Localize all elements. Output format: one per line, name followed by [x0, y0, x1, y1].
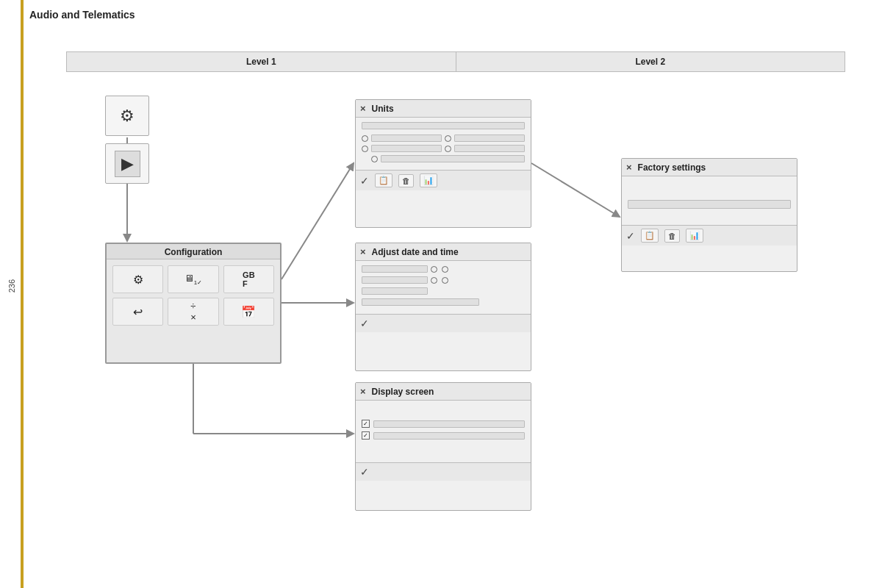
checkbox-1[interactable]: ✓	[362, 420, 370, 428]
display-close[interactable]: ×	[360, 386, 366, 397]
units-bar-2	[371, 135, 442, 142]
display-bar-2	[373, 432, 525, 440]
dt-radio-4[interactable]	[442, 277, 448, 284]
level2-header: Level 2	[456, 52, 845, 71]
datetime-row-2	[362, 276, 525, 284]
units-close[interactable]: ×	[360, 103, 366, 114]
config-icon-back[interactable]: ↩	[112, 298, 163, 326]
svg-line-5	[531, 163, 620, 217]
factory-title: Factory settings	[638, 162, 706, 173]
factory-header: × Factory settings	[622, 159, 797, 176]
factory-icon-2[interactable]: 🗑	[664, 229, 680, 243]
units-row-4	[362, 155, 525, 162]
units-bar-6	[381, 155, 525, 162]
units-bar-3	[454, 135, 525, 142]
level-table: Level 1 Level 2	[66, 51, 845, 72]
settings-icon: ⚙	[120, 107, 135, 126]
radio-2[interactable]	[445, 135, 451, 142]
checkbox-2[interactable]: ✓	[362, 431, 370, 440]
datetime-row-4	[362, 298, 525, 306]
svg-line-1	[282, 163, 354, 279]
dt-radio-3[interactable]	[431, 277, 437, 284]
config-icon-language[interactable]: GBF	[223, 265, 274, 293]
calendar-icon: 📅	[241, 305, 256, 319]
units-header: × Units	[356, 100, 531, 118]
left-border	[21, 0, 24, 588]
config-title: Configuration	[107, 244, 280, 259]
datetime-title: Adjust date and time	[372, 247, 459, 257]
units-box: × Units ✓ 📋 🗑 📊	[355, 99, 531, 228]
units-icon-2[interactable]: 🗑	[398, 174, 414, 187]
display-footer: ✓	[356, 462, 531, 481]
display-confirm[interactable]: ✓	[360, 466, 369, 478]
config-icon-calendar[interactable]: 📅	[223, 298, 274, 326]
display-row-1: ✓	[362, 420, 525, 428]
dt-radio-2[interactable]	[442, 266, 448, 273]
factory-close[interactable]: ×	[626, 162, 632, 173]
nav-icon: ▶	[115, 151, 140, 177]
units-bar-4	[371, 145, 442, 152]
dt-bar-4	[362, 298, 479, 306]
dt-bar-2	[362, 276, 428, 284]
display-bar-1	[373, 420, 525, 428]
units-icon-3[interactable]: 📊	[420, 173, 437, 187]
datetime-content	[356, 261, 531, 314]
datetime-row-1	[362, 265, 525, 273]
radio-3[interactable]	[362, 146, 368, 152]
units-row-1	[362, 122, 525, 132]
page-title: Audio and Telematics	[29, 9, 135, 21]
page-number: 236	[7, 279, 16, 293]
units-title: Units	[372, 104, 394, 114]
back-icon: ↩	[133, 305, 143, 319]
display-header: × Display screen	[356, 383, 531, 401]
factory-content	[622, 176, 797, 225]
level1-header: Level 1	[67, 52, 456, 71]
factory-icon-3[interactable]: 📊	[686, 229, 703, 243]
datetime-box: × Adjust date and time ✓	[355, 243, 531, 371]
factory-confirm[interactable]: ✓	[626, 230, 635, 242]
datetime-confirm[interactable]: ✓	[360, 318, 369, 329]
units-bar-1	[362, 122, 525, 129]
dt-radio-pair-1	[431, 266, 448, 273]
settings-icon-box[interactable]: ⚙	[105, 96, 149, 136]
units-row-3	[362, 145, 525, 152]
units-bar-5	[454, 145, 525, 152]
dt-radio-1[interactable]	[431, 266, 437, 273]
datetime-header: × Adjust date and time	[356, 243, 531, 261]
radio-1[interactable]	[362, 135, 368, 142]
config-icons-grid: ⚙ 🖥1✓ GBF ↩ ÷× 📅	[107, 259, 280, 331]
gear-icon: ⚙	[133, 273, 143, 287]
units-confirm[interactable]: ✓	[360, 175, 369, 187]
datetime-row-3	[362, 287, 525, 295]
configuration-box: Configuration ⚙ 🖥1✓ GBF ↩ ÷× 📅	[105, 243, 282, 364]
units-footer: ✓ 📋 🗑 📊	[356, 170, 531, 190]
display-title: Display screen	[372, 387, 434, 397]
factory-footer: ✓ 📋 🗑 📊	[622, 225, 797, 245]
units-row-2	[362, 135, 525, 142]
nav-icon-box[interactable]: ▶	[105, 143, 149, 184]
calc-icon: ÷×	[190, 301, 196, 323]
dt-radio-pair-2	[431, 277, 448, 284]
datetime-close[interactable]: ×	[360, 246, 366, 257]
display-icon: 🖥1✓	[184, 273, 202, 286]
factory-bar	[628, 200, 791, 209]
factory-box: × Factory settings ✓ 📋 🗑 📊	[621, 158, 797, 272]
config-icon-gear[interactable]: ⚙	[112, 265, 163, 293]
config-icon-calc[interactable]: ÷×	[168, 298, 218, 326]
datetime-footer: ✓	[356, 314, 531, 332]
display-content: ✓ ✓	[356, 401, 531, 462]
display-row-2: ✓	[362, 431, 525, 440]
display-box: × Display screen ✓ ✓ ✓	[355, 382, 531, 511]
radio-4[interactable]	[445, 146, 451, 152]
radio-5[interactable]	[371, 156, 378, 162]
dt-bar-3	[362, 287, 428, 295]
config-icon-display[interactable]: 🖥1✓	[168, 265, 218, 293]
language-icon: GBF	[243, 270, 255, 288]
dt-bar-1	[362, 265, 428, 273]
factory-icon-1[interactable]: 📋	[641, 229, 659, 243]
units-icon-1[interactable]: 📋	[375, 173, 392, 187]
units-content	[356, 118, 531, 170]
